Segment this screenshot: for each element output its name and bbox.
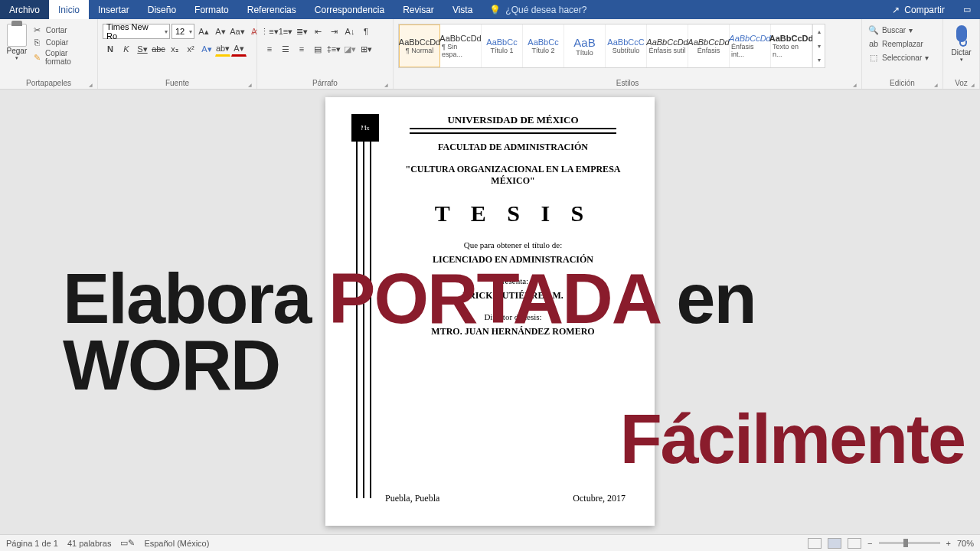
group-edit-label: Edición [865,78,939,89]
align-left-button[interactable]: ≡ [262,41,277,57]
doc-director: MTRO. JUAN HERNÁNDEZ ROMERO [394,326,632,337]
view-print-button[interactable] [828,538,841,549]
subscript-button[interactable]: x₂ [167,41,182,57]
font-color-button[interactable]: A▾ [231,41,247,57]
paste-button[interactable]: Pegar ▾ [3,21,31,61]
text-effects-button[interactable]: A▾ [199,41,214,57]
style-subtitle[interactable]: AaBbCcCSubtítulo [606,24,647,67]
replace-icon: ab [868,38,879,49]
group-clipboard-label: Portapapeles [3,78,94,89]
style-title[interactable]: AaBTítulo [564,24,606,67]
replace-button[interactable]: abReemplazar [868,37,929,50]
find-button[interactable]: 🔍Buscar ▾ [868,24,929,36]
tab-home[interactable]: Inicio [49,0,89,19]
group-voice-label: Voz [946,78,976,89]
search-icon: 🔍 [868,24,879,35]
grow-font-button[interactable]: A▴ [196,24,211,39]
show-marks-button[interactable]: ¶ [358,24,374,39]
rule [410,132,616,134]
doc-degree: LICENCIADO EN ADMINISTRACIÓN [394,254,632,266]
cursor-icon: ⬚ [868,52,879,63]
style-heading1[interactable]: AaBbCcTítulo 1 [482,24,523,67]
group-font-label: Fuente [101,78,253,89]
sort-button[interactable]: A↓ [342,24,358,39]
tab-review[interactable]: Revisar [394,0,443,19]
font-size-combo[interactable]: 12 [172,24,194,39]
multilevel-button[interactable]: ≣▾ [294,24,309,39]
microphone-icon [956,25,967,42]
tab-design[interactable]: Diseño [139,0,185,19]
scissors-icon: ✂ [32,24,43,35]
shading-button[interactable]: ◪▾ [342,41,358,57]
shrink-font-button[interactable]: A▾ [213,24,228,39]
style-no-spacing[interactable]: AaBbCcDd¶ Sin espa... [440,24,482,67]
tab-layout[interactable]: Formato [185,0,238,19]
numbering-button[interactable]: 1≡▾ [278,24,293,39]
styles-more-button[interactable]: ▴▾▾ [812,24,825,67]
align-right-button[interactable]: ≡ [294,41,309,57]
zoom-level[interactable]: 70% [957,539,974,548]
superscript-button[interactable]: x² [183,41,198,57]
highlight-button[interactable]: ab▾ [215,41,230,57]
font-name-combo[interactable]: Times New Ro [103,24,170,39]
dictate-button[interactable]: Dictar ▾ [946,21,976,63]
rule [410,128,616,129]
change-case-button[interactable]: Aa▾ [230,24,245,39]
style-emphasis[interactable]: AaBbCcDdÉnfasis [688,24,730,67]
style-intense-emph[interactable]: AaBbCcDdÉnfasis int... [730,24,771,67]
inc-indent-button[interactable]: ⇥ [326,24,341,39]
tab-mailings[interactable]: Correspondencia [305,0,394,19]
tab-insert[interactable]: Insertar [89,0,139,19]
borders-button[interactable]: ⊞▾ [358,41,374,57]
style-strong[interactable]: AaBbCcDdTexto en n... [771,24,812,67]
line-spacing-button[interactable]: ‡≡▾ [326,41,341,57]
doc-author: ERICK GUTIÉRREZ M. [394,290,632,302]
doc-place: Puebla, Puebla [385,493,439,504]
bold-button[interactable]: N [103,41,118,57]
status-page[interactable]: Página 1 de 1 [6,539,58,548]
doc-university: UNIVERSIDAD DE MÉXICO [394,114,632,126]
tab-view[interactable]: Vista [443,0,482,19]
tab-file[interactable]: Archivo [0,0,49,19]
style-subtle-emph[interactable]: AaBbCcDdÉnfasis sutil [647,24,688,67]
bullets-button[interactable]: ⋮≡▾ [262,24,277,39]
styles-gallery[interactable]: AaBbCcDd¶ Normal AaBbCcDd¶ Sin espa... A… [398,24,825,68]
align-center-button[interactable]: ☰ [278,41,293,57]
ribbon-collapse-button[interactable]: ▭ [954,0,980,19]
clipboard-icon [7,24,27,47]
doc-date: Octubre, 2017 [573,493,626,504]
format-painter-button[interactable]: ✎Copiar formato [32,48,93,67]
view-web-button[interactable] [848,538,861,549]
doc-tesis: T E S I S [394,201,632,227]
copy-icon: ⎘ [32,37,43,47]
strike-button[interactable]: abc [151,41,166,57]
cut-button[interactable]: ✂Cortar [32,24,93,36]
zoom-in-button[interactable]: + [946,539,951,548]
view-read-button[interactable] [808,538,822,549]
justify-button[interactable]: ▤ [310,41,325,57]
status-words[interactable]: 41 palabras [67,539,112,548]
underline-button[interactable]: S▾ [135,41,150,57]
doc-obtain: Que para obtener el título de: [394,240,632,249]
group-styles-label: Estilos [397,78,858,89]
tab-references[interactable]: Referencias [238,0,305,19]
italic-button[interactable]: K [119,41,134,57]
document-page[interactable]: Mx UNIVERSIDAD DE MÉXICO FACULTAD DE ADM… [325,97,655,526]
margin-rules [356,114,373,498]
status-spellcheck-icon[interactable]: ▭✎ [120,538,135,548]
zoom-slider[interactable] [879,542,940,544]
copy-button[interactable]: ⎘Copiar [32,36,93,48]
status-language[interactable]: Español (México) [144,539,209,548]
brush-icon: ✎ [32,52,42,63]
select-button[interactable]: ⬚Seleccionar ▾ [868,51,929,64]
doc-faculty: FACULTAD DE ADMINISTRACIÓN [394,142,632,153]
style-normal[interactable]: AaBbCcDd¶ Normal [399,24,440,67]
search-placeholder: ¿Qué desea hacer? [505,5,586,15]
dec-indent-button[interactable]: ⇤ [310,24,325,39]
doc-theme: "CULTURA ORGANIZACIONAL EN LA EMPRESA MÉ… [394,164,632,187]
group-paragraph-label: Párrafo [260,78,390,89]
tell-me-search[interactable]: 💡 ¿Qué desea hacer? [482,0,594,19]
zoom-out-button[interactable]: − [867,539,872,548]
style-heading2[interactable]: AaBbCcTítulo 2 [523,24,564,67]
share-button[interactable]: ↗ Compartir [883,0,954,19]
